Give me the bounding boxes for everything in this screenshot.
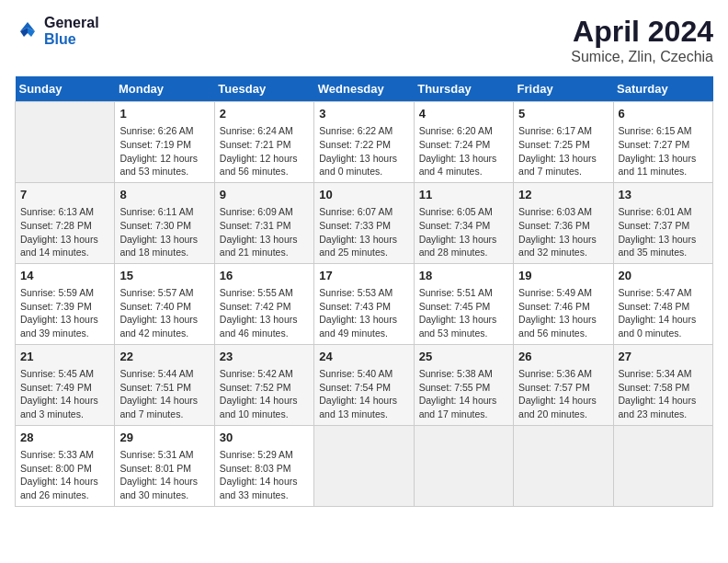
day-info: Sunrise: 5:42 AM Sunset: 7:52 PM Dayligh… bbox=[220, 367, 309, 421]
calendar-table: SundayMondayTuesdayWednesdayThursdayFrid… bbox=[15, 76, 713, 507]
day-number: 9 bbox=[220, 187, 309, 203]
day-info: Sunrise: 6:17 AM Sunset: 7:25 PM Dayligh… bbox=[518, 124, 608, 178]
day-number: 20 bbox=[619, 268, 708, 284]
day-info: Sunrise: 6:15 AM Sunset: 7:27 PM Dayligh… bbox=[619, 124, 708, 178]
month-title: April 2024 bbox=[571, 15, 713, 49]
calendar-cell: 6Sunrise: 6:15 AM Sunset: 7:27 PM Daylig… bbox=[613, 102, 712, 183]
calendar-cell bbox=[613, 425, 712, 506]
weekday-header-thursday: Thursday bbox=[414, 76, 513, 102]
calendar-cell: 24Sunrise: 5:40 AM Sunset: 7:54 PM Dayli… bbox=[314, 344, 414, 425]
calendar-cell: 10Sunrise: 6:07 AM Sunset: 7:33 PM Dayli… bbox=[314, 182, 414, 263]
calendar-cell: 7Sunrise: 6:13 AM Sunset: 7:28 PM Daylig… bbox=[16, 182, 115, 263]
day-info: Sunrise: 5:29 AM Sunset: 8:03 PM Dayligh… bbox=[220, 448, 309, 502]
calendar-cell: 12Sunrise: 6:03 AM Sunset: 7:36 PM Dayli… bbox=[514, 182, 613, 263]
day-number: 27 bbox=[619, 349, 708, 365]
calendar-cell: 18Sunrise: 5:51 AM Sunset: 7:45 PM Dayli… bbox=[414, 263, 513, 344]
calendar-cell: 1Sunrise: 6:26 AM Sunset: 7:19 PM Daylig… bbox=[115, 102, 214, 183]
day-number: 30 bbox=[220, 430, 309, 446]
weekday-header-friday: Friday bbox=[514, 76, 613, 102]
calendar-cell: 17Sunrise: 5:53 AM Sunset: 7:43 PM Dayli… bbox=[314, 263, 414, 344]
logo: General Blue bbox=[15, 15, 99, 48]
calendar-cell: 3Sunrise: 6:22 AM Sunset: 7:22 PM Daylig… bbox=[314, 102, 414, 183]
calendar-cell: 26Sunrise: 5:36 AM Sunset: 7:57 PM Dayli… bbox=[514, 344, 613, 425]
day-number: 10 bbox=[319, 187, 408, 203]
calendar-cell: 5Sunrise: 6:17 AM Sunset: 7:25 PM Daylig… bbox=[514, 102, 613, 183]
day-number: 19 bbox=[518, 268, 608, 284]
calendar-cell bbox=[314, 425, 414, 506]
day-info: Sunrise: 6:22 AM Sunset: 7:22 PM Dayligh… bbox=[319, 124, 408, 178]
day-number: 11 bbox=[419, 187, 508, 203]
day-number: 2 bbox=[220, 106, 309, 122]
day-info: Sunrise: 5:57 AM Sunset: 7:40 PM Dayligh… bbox=[119, 286, 209, 340]
calendar-cell: 30Sunrise: 5:29 AM Sunset: 8:03 PM Dayli… bbox=[214, 425, 313, 506]
day-number: 17 bbox=[319, 268, 408, 284]
weekday-header-saturday: Saturday bbox=[613, 76, 712, 102]
day-info: Sunrise: 5:45 AM Sunset: 7:49 PM Dayligh… bbox=[20, 367, 109, 421]
day-info: Sunrise: 6:05 AM Sunset: 7:34 PM Dayligh… bbox=[419, 205, 508, 259]
day-info: Sunrise: 5:36 AM Sunset: 7:57 PM Dayligh… bbox=[518, 367, 608, 421]
calendar-cell: 13Sunrise: 6:01 AM Sunset: 7:37 PM Dayli… bbox=[613, 182, 712, 263]
day-number: 15 bbox=[119, 268, 209, 284]
day-number: 16 bbox=[220, 268, 309, 284]
day-info: Sunrise: 5:49 AM Sunset: 7:46 PM Dayligh… bbox=[518, 286, 608, 340]
day-number: 6 bbox=[619, 106, 708, 122]
day-info: Sunrise: 5:40 AM Sunset: 7:54 PM Dayligh… bbox=[319, 367, 408, 421]
calendar-cell: 19Sunrise: 5:49 AM Sunset: 7:46 PM Dayli… bbox=[514, 263, 613, 344]
day-info: Sunrise: 6:07 AM Sunset: 7:33 PM Dayligh… bbox=[319, 205, 408, 259]
calendar-cell: 9Sunrise: 6:09 AM Sunset: 7:31 PM Daylig… bbox=[214, 182, 313, 263]
day-info: Sunrise: 5:34 AM Sunset: 7:58 PM Dayligh… bbox=[619, 367, 708, 421]
day-info: Sunrise: 6:01 AM Sunset: 7:37 PM Dayligh… bbox=[619, 205, 708, 259]
calendar-cell: 28Sunrise: 5:33 AM Sunset: 8:00 PM Dayli… bbox=[16, 425, 115, 506]
day-info: Sunrise: 5:47 AM Sunset: 7:48 PM Dayligh… bbox=[619, 286, 708, 340]
day-info: Sunrise: 6:26 AM Sunset: 7:19 PM Dayligh… bbox=[119, 124, 209, 178]
calendar-cell: 20Sunrise: 5:47 AM Sunset: 7:48 PM Dayli… bbox=[613, 263, 712, 344]
calendar-cell: 22Sunrise: 5:44 AM Sunset: 7:51 PM Dayli… bbox=[115, 344, 214, 425]
weekday-header-sunday: Sunday bbox=[16, 76, 115, 102]
day-info: Sunrise: 5:51 AM Sunset: 7:45 PM Dayligh… bbox=[419, 286, 508, 340]
location: Sumice, Zlin, Czechia bbox=[571, 49, 713, 65]
calendar-cell: 15Sunrise: 5:57 AM Sunset: 7:40 PM Dayli… bbox=[115, 263, 214, 344]
day-number: 29 bbox=[119, 430, 209, 446]
calendar-cell: 27Sunrise: 5:34 AM Sunset: 7:58 PM Dayli… bbox=[613, 344, 712, 425]
day-number: 26 bbox=[518, 349, 608, 365]
day-number: 7 bbox=[20, 187, 109, 203]
title-block: April 2024 Sumice, Zlin, Czechia bbox=[571, 15, 713, 65]
day-info: Sunrise: 5:44 AM Sunset: 7:51 PM Dayligh… bbox=[119, 367, 209, 421]
day-info: Sunrise: 6:09 AM Sunset: 7:31 PM Dayligh… bbox=[220, 205, 309, 259]
logo-text: General Blue bbox=[44, 15, 99, 48]
day-info: Sunrise: 5:33 AM Sunset: 8:00 PM Dayligh… bbox=[20, 448, 109, 502]
day-info: Sunrise: 6:13 AM Sunset: 7:28 PM Dayligh… bbox=[20, 205, 109, 259]
day-number: 23 bbox=[220, 349, 309, 365]
day-info: Sunrise: 5:55 AM Sunset: 7:42 PM Dayligh… bbox=[220, 286, 309, 340]
day-info: Sunrise: 6:20 AM Sunset: 7:24 PM Dayligh… bbox=[419, 124, 508, 178]
calendar-cell: 4Sunrise: 6:20 AM Sunset: 7:24 PM Daylig… bbox=[414, 102, 513, 183]
day-number: 13 bbox=[619, 187, 708, 203]
calendar-cell bbox=[16, 102, 115, 183]
day-info: Sunrise: 6:03 AM Sunset: 7:36 PM Dayligh… bbox=[518, 205, 608, 259]
calendar-cell: 25Sunrise: 5:38 AM Sunset: 7:55 PM Dayli… bbox=[414, 344, 513, 425]
weekday-header-monday: Monday bbox=[115, 76, 214, 102]
day-number: 3 bbox=[319, 106, 408, 122]
day-number: 1 bbox=[119, 106, 209, 122]
calendar-cell: 21Sunrise: 5:45 AM Sunset: 7:49 PM Dayli… bbox=[16, 344, 115, 425]
day-number: 8 bbox=[119, 187, 209, 203]
day-number: 24 bbox=[319, 349, 408, 365]
day-number: 25 bbox=[419, 349, 508, 365]
calendar-cell: 14Sunrise: 5:59 AM Sunset: 7:39 PM Dayli… bbox=[16, 263, 115, 344]
day-info: Sunrise: 5:38 AM Sunset: 7:55 PM Dayligh… bbox=[419, 367, 508, 421]
day-number: 14 bbox=[20, 268, 109, 284]
day-number: 4 bbox=[419, 106, 508, 122]
day-number: 21 bbox=[20, 349, 109, 365]
calendar-cell: 29Sunrise: 5:31 AM Sunset: 8:01 PM Dayli… bbox=[115, 425, 214, 506]
day-number: 28 bbox=[20, 430, 109, 446]
calendar-cell: 23Sunrise: 5:42 AM Sunset: 7:52 PM Dayli… bbox=[214, 344, 313, 425]
day-number: 18 bbox=[419, 268, 508, 284]
calendar-cell: 16Sunrise: 5:55 AM Sunset: 7:42 PM Dayli… bbox=[214, 263, 313, 344]
calendar-cell: 11Sunrise: 6:05 AM Sunset: 7:34 PM Dayli… bbox=[414, 182, 513, 263]
calendar-cell: 2Sunrise: 6:24 AM Sunset: 7:21 PM Daylig… bbox=[214, 102, 313, 183]
weekday-header-wednesday: Wednesday bbox=[314, 76, 414, 102]
day-number: 22 bbox=[119, 349, 209, 365]
day-number: 5 bbox=[518, 106, 608, 122]
calendar-cell bbox=[414, 425, 513, 506]
day-info: Sunrise: 5:59 AM Sunset: 7:39 PM Dayligh… bbox=[20, 286, 109, 340]
